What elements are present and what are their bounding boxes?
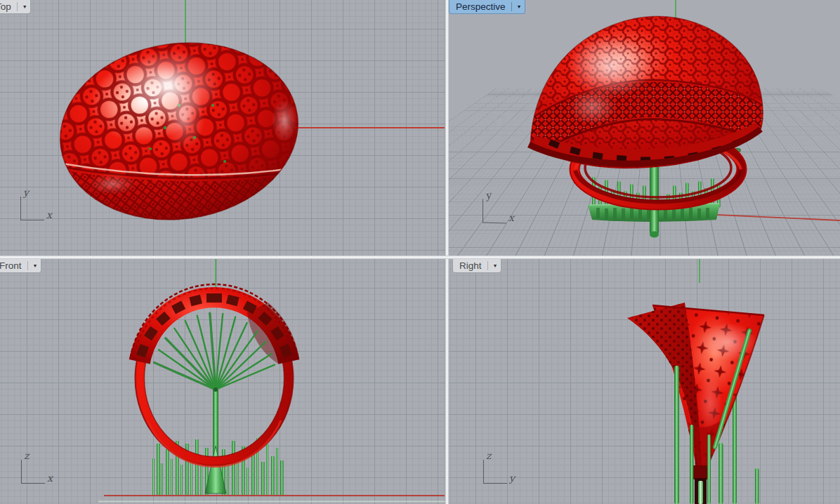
viewport-tab-label: Front — [0, 259, 22, 272]
cad-app-window: { "app": {"tab_menu_arrow": "▼"}, "viewp… — [0, 0, 840, 504]
viewport-divider-horizontal[interactable] — [0, 256, 840, 259]
viewport-top[interactable]: Top ▼ y x — [0, 0, 445, 256]
tab-separator — [17, 2, 18, 11]
viewport-tab-label: Perspective — [456, 0, 506, 13]
viewport-divider-vertical[interactable] — [445, 0, 449, 504]
viewport-menu-arrow-icon[interactable]: ▼ — [490, 259, 501, 272]
viewport-right[interactable]: Right ▼ z y — [449, 259, 840, 504]
tab-separator — [487, 261, 488, 270]
model-render-perspective-view[interactable] — [449, 0, 840, 256]
lattice-dome[interactable] — [529, 16, 763, 168]
axis-line-x-red — [702, 214, 840, 220]
ground-lines — [98, 496, 445, 502]
viewport-tab-front[interactable]: Front ▼ — [0, 259, 41, 273]
tab-separator — [511, 2, 512, 11]
viewport-tab-perspective[interactable]: Perspective ▼ — [449, 0, 525, 14]
viewport-front[interactable]: Front ▼ z x — [0, 259, 445, 504]
viewport-tab-top[interactable]: Top ▼ — [0, 0, 31, 14]
viewport-menu-arrow-icon[interactable]: ▼ — [30, 259, 41, 272]
viewport-menu-arrow-icon[interactable]: ▼ — [514, 0, 525, 13]
viewport-tab-right[interactable]: Right ▼ — [452, 259, 501, 273]
model-render-right-view[interactable] — [449, 259, 840, 504]
viewport-perspective[interactable]: Perspective ▼ y x — [449, 0, 840, 256]
tab-separator — [27, 261, 28, 270]
model-render-top-view[interactable] — [0, 0, 445, 256]
viewport-tab-label: Top — [0, 0, 11, 13]
viewport-tab-label: Right — [459, 259, 482, 272]
model-render-front-view[interactable] — [0, 259, 445, 504]
lattice-ring-top[interactable] — [35, 7, 316, 239]
viewport-menu-arrow-icon[interactable]: ▼ — [20, 0, 30, 13]
ring-funnel[interactable] — [627, 303, 764, 504]
support-trunk[interactable] — [205, 390, 226, 493]
